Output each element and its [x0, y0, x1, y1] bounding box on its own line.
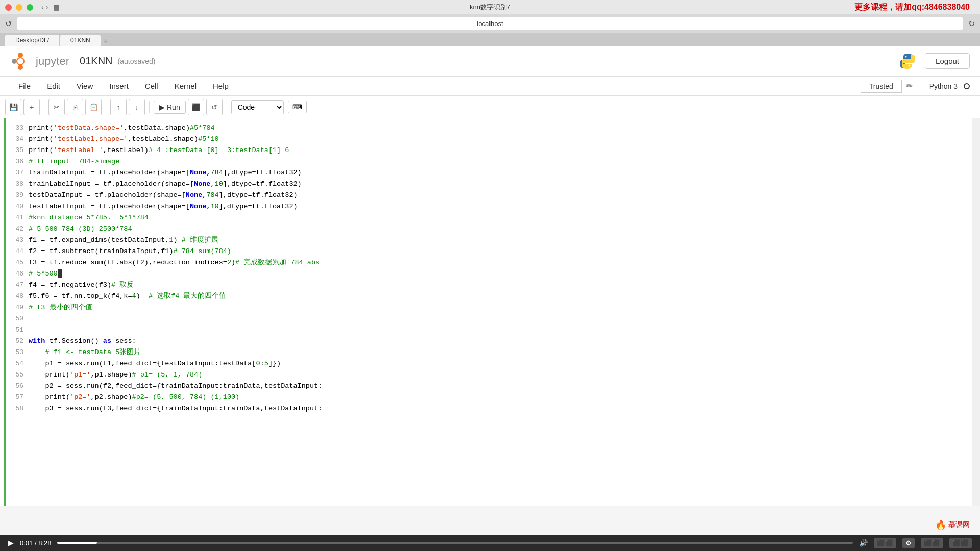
- copy-button[interactable]: ⎘: [67, 99, 83, 115]
- progress-bar[interactable]: [57, 542, 853, 544]
- toolbar-separator-1: [44, 101, 44, 113]
- move-down-button[interactable]: ↓: [129, 99, 145, 115]
- code-line-50: 50: [8, 313, 972, 324]
- code-line-49: 49 # f3 最小的四个值: [8, 302, 972, 313]
- code-area[interactable]: 33 print('testData.shape=',testData.shap…: [8, 118, 972, 506]
- nav-arrows: ‹ ›: [41, 3, 48, 11]
- tab-right[interactable]: 01KNN: [60, 35, 101, 46]
- progress-bar-fill: [57, 542, 97, 544]
- menu-help[interactable]: Help: [205, 78, 237, 94]
- menu-file[interactable]: File: [10, 78, 39, 94]
- window-title: knn数字识别7: [470, 3, 510, 12]
- code-line-37: 37 trainDataInput = tf.placeholder(shape…: [8, 167, 972, 179]
- bottom-bar: ▶ 0:01 / 8:28 🔊 ⬛⬛ ⚙ ⬛⬛ ⬛⬛: [0, 535, 980, 551]
- toolbar: 💾 + ✂ ⎘ 📋 ↑ ↓ ▶ Run ⬛ ↺ Code Markdown Ra…: [0, 96, 980, 118]
- settings-btn-2[interactable]: ⚙: [902, 538, 915, 548]
- title-bar: ‹ › ▦ knn数字识别7 更多课程，请加qq:4846838040: [0, 0, 980, 14]
- code-line-39: 39 testDataInput = tf.placeholder(shape=…: [8, 190, 972, 201]
- svg-point-5: [909, 65, 910, 66]
- interrupt-button[interactable]: ⬛: [188, 99, 204, 115]
- code-line-34: 34 print('testLabel.shape=',testLabel.sh…: [8, 134, 972, 145]
- settings-btn-3[interactable]: ⬛⬛: [921, 538, 943, 548]
- menu-cell[interactable]: Cell: [137, 78, 166, 94]
- code-line-35: 35 print('testLabel=',testLabel)# 4 :tes…: [8, 145, 972, 156]
- forward-arrow-icon[interactable]: ›: [46, 3, 48, 11]
- keyboard-shortcuts-icon[interactable]: ⌨: [288, 101, 307, 113]
- back-arrow-icon[interactable]: ‹: [41, 3, 44, 11]
- code-line-44: 44 f2 = tf.subtract(trainDataInput,f1)# …: [8, 246, 972, 257]
- edit-icon[interactable]: ✏: [906, 81, 913, 91]
- left-sidebar: [0, 118, 8, 506]
- header-right: Logout: [898, 52, 970, 70]
- cell-active-indicator: [4, 118, 6, 506]
- code-line-46: 46 # 5*500: [8, 268, 972, 280]
- logout-button[interactable]: Logout: [925, 53, 970, 69]
- menu-kernel[interactable]: Kernel: [166, 78, 205, 94]
- browser-bar: ↺ localhost ↻: [0, 14, 980, 33]
- promo-text: 更多课程，请加qq:4846838040: [854, 2, 970, 13]
- new-tab-button[interactable]: +: [104, 37, 108, 46]
- toolbar-separator-3: [149, 101, 150, 113]
- run-button[interactable]: ▶ Run: [154, 101, 186, 114]
- code-line-47: 47 f4 = tf.negative(f3)# 取反: [8, 280, 972, 291]
- jupyter-wordmark: jupyter: [36, 55, 69, 68]
- notebook-title[interactable]: 01KNN: [80, 55, 112, 67]
- code-line-53: 53 # f1 <- testData 5张图片: [8, 347, 972, 358]
- menu-trusted-area: Trusted ✏ Python 3: [861, 80, 970, 93]
- time-display: 0:01 / 8:28: [20, 539, 51, 547]
- trusted-button[interactable]: Trusted: [861, 80, 902, 93]
- tab-bar: Desktop/DL/ 01KNN +: [0, 33, 980, 46]
- watermark: 🔥 慕课网: [935, 519, 970, 531]
- code-line-36: 36 # tf input 784->image: [8, 156, 972, 167]
- svg-point-3: [17, 58, 24, 65]
- toolbar-separator-2: [106, 101, 106, 113]
- paste-button[interactable]: 📋: [85, 99, 102, 115]
- traffic-lights: [5, 4, 33, 11]
- code-line-48: 48 f5,f6 = tf.nn.top_k(f4,k=4) # 选取f4 最大…: [8, 291, 972, 302]
- refresh-icon[interactable]: ↻: [968, 19, 975, 29]
- svg-point-0: [18, 53, 23, 58]
- address-bar[interactable]: localhost: [17, 17, 963, 30]
- jupyter-logo: jupyter: [10, 51, 69, 71]
- code-line-45: 45 f3 = tf.reduce_sum(tf.abs(f2),reducti…: [8, 257, 972, 268]
- main-content: 33 print('testData.shape=',testData.shap…: [0, 118, 980, 506]
- kernel-info-label: Python 3: [929, 82, 958, 90]
- close-button[interactable]: [5, 4, 12, 11]
- svg-point-2: [12, 59, 17, 64]
- play-pause-button[interactable]: ▶: [8, 539, 14, 547]
- tab-left[interactable]: Desktop/DL/: [5, 35, 59, 46]
- code-line-51: 51: [8, 324, 972, 336]
- move-up-button[interactable]: ↑: [110, 99, 127, 115]
- maximize-button[interactable]: [27, 4, 33, 11]
- restart-button[interactable]: ↺: [206, 99, 223, 115]
- code-line-33: 33 print('testData.shape=',testData.shap…: [8, 122, 972, 134]
- settings-btn-1[interactable]: ⬛⬛: [874, 538, 896, 548]
- save-button[interactable]: 💾: [5, 99, 21, 115]
- python-logo-icon: [898, 52, 917, 70]
- menu-edit[interactable]: Edit: [39, 78, 68, 94]
- toolbar-separator-4: [227, 101, 227, 113]
- jupyter-logo-icon: [10, 51, 31, 71]
- code-line-54: 54 p1 = sess.run(f1,feed_dict={testDataI…: [8, 358, 972, 369]
- minimize-button[interactable]: [16, 4, 22, 11]
- menu-bar: File Edit View Insert Cell Kernel Help T…: [0, 77, 980, 96]
- right-scrollbar[interactable]: [972, 118, 980, 506]
- code-line-41: 41 #knn distance 5*785. 5*1*784: [8, 212, 972, 223]
- code-line-57: 57 print('p2=',p2.shape)#p2= (5, 500, 78…: [8, 392, 972, 403]
- sidebar-toggle-icon[interactable]: ▦: [53, 3, 60, 11]
- menu-insert[interactable]: Insert: [101, 78, 137, 94]
- menu-view[interactable]: View: [68, 78, 101, 94]
- cell-type-select[interactable]: Code Markdown Raw: [231, 100, 284, 114]
- code-line-42: 42 # 5 500 784 (3D) 2500*784: [8, 223, 972, 235]
- code-line-55: 55 print('p1=',p1.shape)# p1= (5, 1, 784…: [8, 369, 972, 381]
- svg-point-4: [905, 56, 907, 57]
- code-line-58: 58 p3 = sess.run(f3,feed_dict={trainData…: [8, 403, 972, 414]
- code-line-43: 43 f1 = tf.expand_dims(testDataInput,1) …: [8, 235, 972, 246]
- add-cell-button[interactable]: +: [23, 99, 40, 115]
- volume-icon[interactable]: 🔊: [859, 539, 868, 547]
- svg-point-1: [18, 65, 23, 70]
- reload-icon[interactable]: ↺: [5, 19, 12, 29]
- kernel-status-icon: [964, 83, 970, 89]
- settings-btn-4[interactable]: ⬛⬛: [949, 538, 972, 548]
- cut-button[interactable]: ✂: [48, 99, 65, 115]
